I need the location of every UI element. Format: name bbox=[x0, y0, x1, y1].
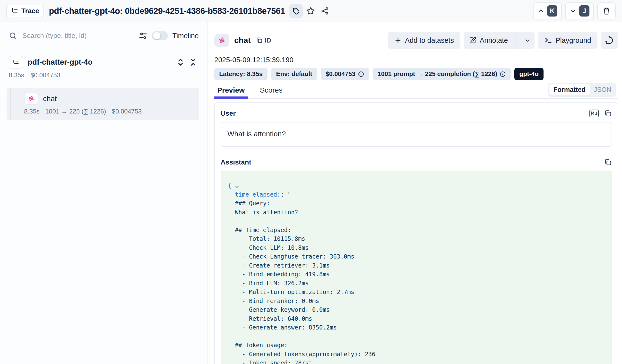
model-badge-label: gpt-4o bbox=[519, 70, 538, 78]
copy-icon bbox=[604, 158, 612, 166]
copy-icon bbox=[604, 110, 612, 117]
latency-badge-label: Latency: 8.35s bbox=[219, 70, 263, 78]
copy-assistant-content-button[interactable] bbox=[604, 158, 612, 166]
annotate-label: Annotate bbox=[480, 37, 508, 44]
chevron-down-icon bbox=[524, 37, 531, 43]
generation-fan-icon bbox=[218, 37, 226, 44]
info-icon[interactable] bbox=[358, 71, 364, 77]
comment-bubble-icon bbox=[605, 36, 614, 44]
markdown-toggle-button[interactable] bbox=[589, 109, 599, 118]
annotate-button[interactable]: Annotate bbox=[464, 32, 513, 49]
share-icon bbox=[321, 7, 329, 15]
toggle-knob bbox=[153, 32, 160, 39]
playground-label: Playground bbox=[555, 37, 591, 44]
info-icon[interactable] bbox=[500, 71, 506, 77]
add-to-datasets-label: Add to datasets bbox=[405, 37, 454, 44]
trace-badge-label: Trace bbox=[21, 7, 39, 15]
timeline-toggle-label: Timeline bbox=[172, 32, 199, 40]
generation-icon-badge bbox=[24, 93, 38, 105]
trace-cost: $0.004753 bbox=[31, 71, 60, 79]
list-tree-icon bbox=[13, 59, 19, 66]
add-to-datasets-button[interactable]: Add to datasets bbox=[388, 32, 460, 49]
chat-duration: 8.35s bbox=[24, 108, 39, 115]
latency-badge: Latency: 8.35s bbox=[214, 68, 268, 80]
cost-badge: $0.004753 bbox=[321, 68, 369, 80]
annotate-pen-icon bbox=[469, 37, 476, 44]
chevron-up-icon bbox=[537, 8, 544, 14]
tree-item-chat[interactable]: chat 8.35s 1001 → 225 (∑ 1226) $0.004753 bbox=[7, 88, 199, 120]
env-badge: Env: default bbox=[271, 68, 317, 80]
trash-icon bbox=[603, 7, 610, 15]
tag-icon bbox=[292, 7, 300, 15]
copy-icon bbox=[256, 37, 263, 44]
page-title: pdf-chatter-gpt-4o: 0bde9629-4251-4386-b… bbox=[49, 6, 285, 16]
model-badge[interactable]: gpt-4o bbox=[514, 68, 543, 80]
comments-button[interactable] bbox=[601, 32, 618, 49]
tree-guide-line bbox=[10, 88, 11, 120]
shortcut-key-j: J bbox=[579, 5, 589, 17]
timeline-toggle[interactable] bbox=[152, 31, 168, 40]
annotate-split-button: Annotate bbox=[464, 32, 535, 49]
preview-content-card: User What i bbox=[214, 102, 618, 364]
collapse-all-icon[interactable] bbox=[189, 58, 197, 66]
search-icon bbox=[9, 32, 17, 40]
trace-type-badge: Trace bbox=[6, 5, 44, 17]
expand-all-icon[interactable] bbox=[176, 58, 185, 66]
format-option-json[interactable]: JSON bbox=[590, 84, 615, 96]
annotate-menu-button[interactable] bbox=[521, 32, 535, 49]
token-usage-badge: 1001 prompt → 225 completion (∑ 1226) bbox=[373, 68, 511, 80]
markdown-icon bbox=[589, 109, 599, 118]
playground-button[interactable]: Playground bbox=[538, 32, 598, 49]
generation-icon-badge bbox=[214, 34, 229, 47]
chat-cost: $0.004753 bbox=[112, 108, 142, 115]
delete-trace-button[interactable] bbox=[597, 2, 616, 19]
copy-id-button[interactable]: ID bbox=[256, 37, 271, 44]
observation-detail-panel: chat ID Add to datasets bbox=[209, 22, 622, 364]
tab-scores[interactable]: Scores bbox=[257, 86, 285, 94]
bookmark-star-button[interactable] bbox=[304, 5, 317, 17]
format-toggle: Formatted JSON bbox=[548, 83, 616, 97]
env-badge-label: Env: default bbox=[276, 70, 312, 78]
observation-title: chat bbox=[234, 36, 251, 45]
tab-preview[interactable]: Preview bbox=[214, 86, 248, 94]
tree-item-chat-title: chat bbox=[43, 95, 57, 103]
chevron-down-icon bbox=[569, 8, 576, 14]
chat-token-usage: 1001 → 225 (∑ 1226) bbox=[45, 108, 106, 115]
shortcut-key-k: K bbox=[547, 5, 557, 17]
active-tab-indicator bbox=[214, 96, 248, 99]
generation-fan-icon bbox=[27, 95, 35, 102]
collapse-json-chevron-icon[interactable] bbox=[235, 184, 239, 188]
list-tree-icon bbox=[11, 7, 19, 15]
share-button[interactable] bbox=[319, 5, 331, 17]
button-divider bbox=[517, 32, 517, 49]
top-bar: Trace pdf-chatter-gpt-4o: 0bde9629-4251-… bbox=[0, 0, 622, 22]
trace-tree-sidebar: Timeline pdf-chatter-gpt-4o 8. bbox=[0, 22, 208, 364]
tags-button[interactable] bbox=[289, 4, 303, 18]
next-item-button[interactable]: J bbox=[565, 2, 594, 19]
search-input[interactable] bbox=[22, 32, 134, 39]
view-options-icon[interactable] bbox=[139, 31, 148, 40]
user-input-text: What is attention? bbox=[227, 130, 605, 138]
tree-root-trace-row[interactable]: pdf-chatter-gpt-4o bbox=[9, 56, 199, 69]
assistant-output-box: { time_elapsed:: " ### Query: What is at… bbox=[221, 171, 612, 364]
star-icon bbox=[306, 7, 315, 15]
terminal-icon bbox=[544, 37, 552, 44]
copy-user-content-button[interactable] bbox=[604, 110, 612, 117]
plus-icon bbox=[394, 37, 402, 44]
user-input-box: What is attention? bbox=[221, 122, 612, 147]
tab-preview-label: Preview bbox=[217, 86, 245, 94]
id-label: ID bbox=[265, 37, 271, 44]
prev-item-button[interactable]: K bbox=[533, 2, 562, 19]
detail-tabs: Preview Scores Formatted JSON bbox=[214, 86, 618, 99]
assistant-section-heading: Assistant bbox=[221, 158, 599, 166]
format-option-formatted[interactable]: Formatted bbox=[549, 84, 590, 96]
user-section-heading: User bbox=[221, 110, 584, 117]
tab-scores-label: Scores bbox=[260, 86, 282, 94]
token-usage-label: 1001 prompt → 225 completion (∑ 1226) bbox=[378, 70, 497, 78]
trace-node-title: pdf-chatter-gpt-4o bbox=[28, 58, 172, 67]
trace-node-icon-badge bbox=[9, 56, 23, 69]
cost-badge-label: $0.004753 bbox=[326, 70, 355, 78]
assistant-output-code: { time_elapsed:: " ### Query: What is at… bbox=[228, 181, 605, 364]
observation-timestamp: 2025-05-09 12:15:39.190 bbox=[214, 56, 618, 64]
trace-duration: 8.35s bbox=[9, 71, 24, 79]
